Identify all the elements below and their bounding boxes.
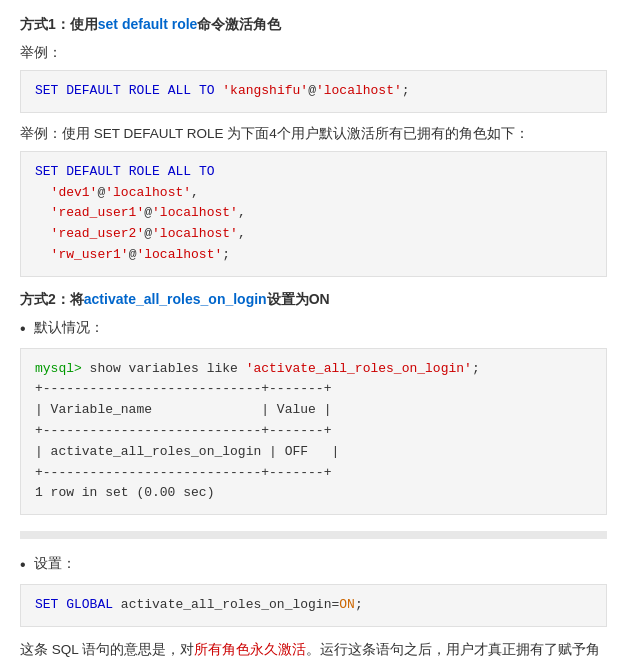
default-label: 默认情况：: [34, 319, 104, 337]
section2-title-suffix: 设置为ON: [267, 291, 330, 307]
bullet-dot-set: •: [20, 555, 26, 576]
section1-title-cmd: set default role: [98, 16, 198, 32]
section2-title-cmd: activate_all_roles_on_login: [84, 291, 267, 307]
code-block-4: SET GLOBAL activate_all_roles_on_login=O…: [20, 584, 607, 627]
section1-heading: 方式1：使用set default role命令激活角色: [20, 16, 607, 34]
section2-heading: 方式2：将activate_all_roles_on_login设置为ON: [20, 291, 607, 309]
section2-title-prefix: 方式2：将: [20, 291, 84, 307]
code-block-3: mysql> show variables like 'activate_all…: [20, 348, 607, 516]
example2-label: 举例：使用 SET DEFAULT ROLE 为下面4个用户默认激活所有已拥有的…: [20, 125, 607, 143]
section-divider: [20, 531, 607, 539]
section1-title-prefix: 方式1：使用: [20, 16, 98, 32]
bullet-set: • 设置：: [20, 555, 607, 576]
section1-title-suffix: 命令激活角色: [197, 16, 281, 32]
page-content: 方式1：使用set default role命令激活角色 举例： SET DEF…: [0, 0, 627, 658]
example1-label: 举例：: [20, 44, 607, 62]
bullet-dot: •: [20, 319, 26, 340]
code-block-2: SET DEFAULT ROLE ALL TO 'dev1'@'localhos…: [20, 151, 607, 277]
bullet-default: • 默认情况：: [20, 319, 607, 340]
description-text: 这条 SQL 语句的意思是，对所有角色永久激活。运行这条语句之后，用户才真正拥有…: [20, 639, 607, 658]
code-block-1: SET DEFAULT ROLE ALL TO 'kangshifu'@'loc…: [20, 70, 607, 113]
highlight-text: 所有角色永久激活: [194, 642, 306, 657]
set-label: 设置：: [34, 555, 76, 573]
